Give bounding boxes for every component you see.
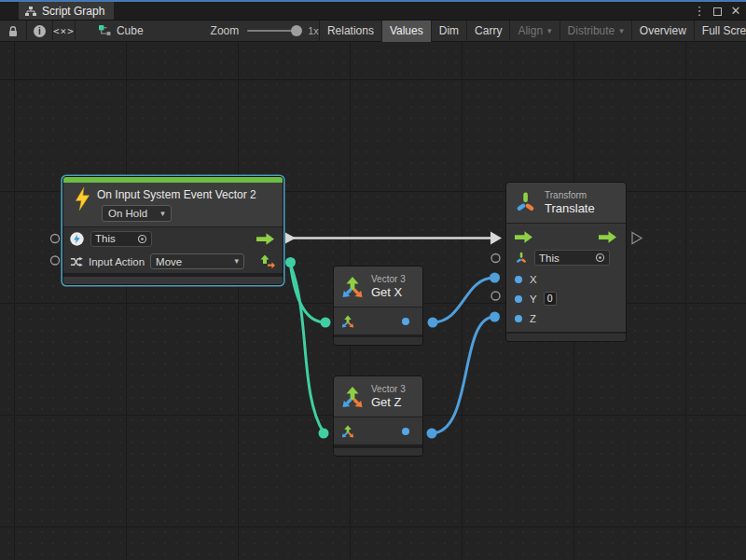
node-get-z[interactable]: Vector 3 Get Z [333, 376, 423, 457]
vector3-input-icon[interactable] [341, 315, 354, 328]
flow-input-arrow-icon[interactable] [515, 231, 532, 243]
event-node-footer [63, 275, 283, 284]
zoom-slider-handle[interactable] [291, 25, 302, 36]
chevron-down-icon: ▾ [619, 27, 624, 35]
translate-z-row: Z [506, 308, 626, 328]
vector3-icon [341, 276, 364, 298]
visual-scripting-icon [70, 232, 84, 246]
flow-output-arrow-icon[interactable] [599, 231, 616, 243]
distribute-button[interactable]: Distribute▾ [560, 20, 631, 42]
getz-body [334, 417, 422, 444]
getx-input-port[interactable] [321, 318, 331, 328]
script-graph-icon [25, 6, 36, 17]
getx-category: Vector 3 [371, 274, 406, 284]
y-value-input[interactable]: 0 [544, 292, 557, 306]
node-on-input-system-event[interactable]: On Input System Event Vector 2 On Hold ▾… [62, 176, 283, 285]
getx-title: Get X [371, 285, 406, 299]
input-action-label: Input Action [89, 256, 145, 267]
event-this-port[interactable] [51, 235, 60, 243]
tab-script-graph[interactable]: Script Graph [19, 2, 114, 20]
translate-body: This X Y 0 [506, 223, 626, 332]
getz-result-dot[interactable] [402, 428, 409, 435]
event-node-header[interactable]: On Input System Event Vector 2 On Hold ▾ [63, 183, 283, 226]
carry-button[interactable]: Carry [466, 20, 509, 42]
getz-output-port[interactable] [427, 429, 437, 439]
info-button[interactable]: i [27, 25, 52, 37]
event-vector2-output-port[interactable] [285, 257, 296, 267]
node-translate[interactable]: Transform Translate [505, 182, 627, 342]
flow-wire-end-arrow [490, 232, 502, 245]
getx-footer [334, 335, 422, 345]
event-node-title: On Input System Event Vector 2 [97, 188, 256, 201]
zoom-slider[interactable] [247, 30, 300, 32]
getz-header[interactable]: Vector 3 Get Z [334, 376, 422, 417]
values-button[interactable]: Values [381, 20, 431, 42]
getx-body [334, 307, 422, 335]
edit-source-button[interactable]: <×> [53, 25, 75, 37]
z-port-label: Z [530, 313, 536, 324]
translate-this-row: This [506, 246, 626, 269]
wire-getx-to-translate-x[interactable] [433, 278, 494, 322]
wire-vector2-to-getx[interactable] [291, 265, 326, 322]
flow-output-arrow-icon[interactable] [256, 233, 274, 245]
translate-this-port[interactable] [491, 254, 500, 263]
object-picker-icon[interactable] [137, 234, 147, 244]
tab-label: Script Graph [42, 5, 104, 18]
translate-header[interactable]: Transform Translate [506, 183, 626, 223]
getx-result-dot[interactable] [402, 318, 409, 325]
chevron-down-icon: ▾ [547, 27, 552, 35]
overview-button[interactable]: Overview [631, 20, 694, 42]
translate-flow-row [506, 224, 626, 246]
graph-reference-label: Cube [117, 24, 144, 37]
wire-getz-to-translate-z[interactable] [432, 317, 494, 433]
lock-icon [7, 25, 19, 37]
getx-output-port[interactable] [428, 318, 438, 328]
chevron-down-icon: ▾ [160, 210, 165, 218]
event-action-port[interactable] [51, 256, 60, 265]
close-icon[interactable]: ✕ [729, 3, 742, 20]
vector3-input-icon[interactable] [341, 425, 354, 438]
vector2-output-icon[interactable] [260, 254, 275, 269]
translate-y-row: Y 0 [506, 289, 626, 308]
object-picker-icon[interactable] [595, 253, 605, 263]
translate-flow-output-port[interactable] [632, 233, 642, 244]
relations-button[interactable]: Relations [319, 20, 381, 42]
chevron-down-icon: ▾ [235, 257, 240, 266]
getz-title: Get Z [371, 395, 406, 409]
graph-canvas[interactable]: On Input System Event Vector 2 On Hold ▾… [0, 42, 746, 560]
translate-target-field[interactable]: This [534, 250, 610, 266]
toolbar-separator [75, 20, 76, 42]
lightning-bolt-icon [74, 187, 90, 211]
graph-toolbar: i <×> Cube Zoom 1x Relations Values Dim … [0, 20, 746, 42]
x-port-dot[interactable] [515, 276, 522, 283]
fullscreen-button[interactable]: Full Screen [694, 20, 746, 42]
node-get-x[interactable]: Vector 3 Get X [333, 266, 423, 346]
graph-asset-icon [99, 25, 111, 37]
getx-header[interactable]: Vector 3 Get X [334, 266, 422, 307]
menu-icon[interactable]: ⋮ [693, 3, 706, 20]
lock-button[interactable] [0, 25, 26, 37]
graph-reference[interactable]: Cube [99, 24, 144, 37]
script-graph-window: Script Graph ⋮ ✕ i <×> Cub [0, 0, 746, 560]
event-target-field[interactable]: This [90, 231, 152, 247]
y-port-dot[interactable] [515, 295, 522, 303]
zoom-label: Zoom [211, 24, 240, 37]
maximize-icon[interactable] [713, 7, 722, 16]
event-mode-dropdown[interactable]: On Hold ▾ [102, 205, 172, 222]
y-port-label: Y [530, 294, 537, 305]
translate-category: Transform [545, 190, 595, 200]
translate-x-port[interactable] [490, 273, 500, 283]
getz-input-port[interactable] [319, 429, 329, 439]
z-port-dot[interactable] [515, 315, 522, 322]
dim-button[interactable]: Dim [431, 20, 466, 42]
translate-z-port[interactable] [490, 312, 500, 322]
translate-y-port[interactable] [491, 292, 500, 300]
input-action-icon [70, 255, 83, 268]
getz-footer [334, 446, 422, 456]
align-button[interactable]: Align▾ [509, 20, 559, 42]
toolbar-buttons: Relations Values Dim Carry Align▾ Distri… [319, 20, 746, 42]
event-this-row: This [63, 226, 283, 250]
translate-x-row: X [506, 269, 626, 289]
input-action-dropdown[interactable]: Move ▾ [150, 253, 244, 269]
window-controls: ⋮ ✕ [693, 2, 742, 20]
